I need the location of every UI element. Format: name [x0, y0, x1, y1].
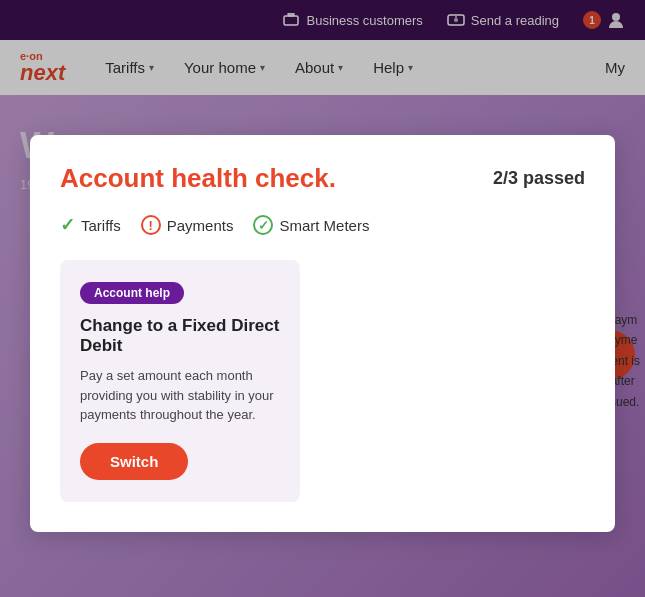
- check-tariffs: ✓ Tariffs: [60, 214, 121, 236]
- account-health-modal: Account health check. 2/3 passed ✓ Tarif…: [30, 135, 615, 532]
- payments-warning-icon: !: [141, 215, 161, 235]
- modal-passed-count: 2/3 passed: [493, 168, 585, 189]
- tariffs-check-label: Tariffs: [81, 217, 121, 234]
- tariffs-check-icon: ✓: [60, 214, 75, 236]
- card-title: Change to a Fixed Direct Debit: [80, 316, 280, 356]
- smart-meters-check-label: Smart Meters: [279, 217, 369, 234]
- payments-check-label: Payments: [167, 217, 234, 234]
- account-help-card: Account help Change to a Fixed Direct De…: [60, 260, 300, 502]
- check-payments: ! Payments: [141, 215, 234, 235]
- card-badge: Account help: [80, 282, 184, 304]
- switch-button[interactable]: Switch: [80, 443, 188, 480]
- modal-header: Account health check. 2/3 passed: [60, 163, 585, 194]
- modal-checks: ✓ Tariffs ! Payments ✓ Smart Meters: [60, 214, 585, 236]
- card-body: Pay a set amount each month providing yo…: [80, 366, 280, 425]
- check-smart-meters: ✓ Smart Meters: [253, 215, 369, 235]
- modal-title: Account health check.: [60, 163, 336, 194]
- smart-meters-check-icon: ✓: [253, 215, 273, 235]
